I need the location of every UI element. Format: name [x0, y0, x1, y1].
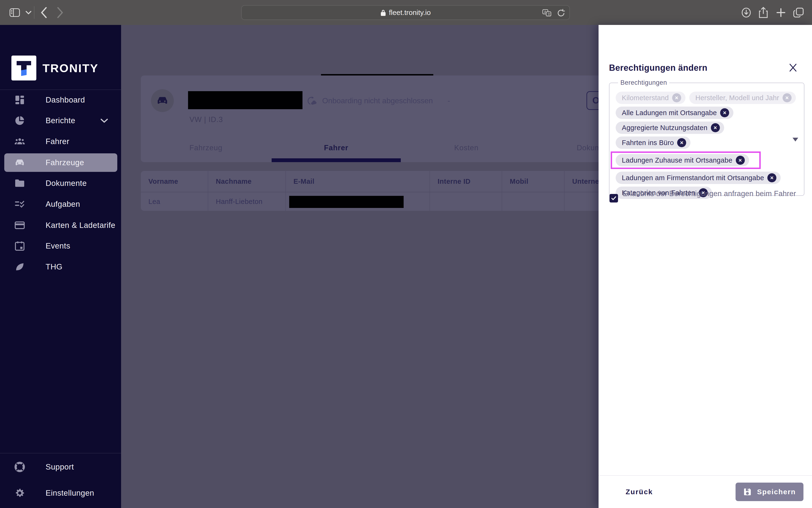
sidebar-item-einstellungen[interactable]: Einstellungen	[4, 484, 117, 502]
permission-chip[interactable]: Fahrten ins Büro	[616, 136, 690, 149]
sidebar-item-fahrer[interactable]: Fahrer	[4, 132, 117, 151]
chip-remove-icon[interactable]	[677, 138, 686, 147]
drawer-footer: Zurück Speichern	[599, 475, 812, 508]
column-header-vorname[interactable]: Vorname	[141, 171, 208, 192]
sidebar-item-thg[interactable]: THG	[4, 258, 117, 276]
main-content: Zurück Fahrzeuge | Fahrzeugliste | VW | …	[121, 25, 599, 508]
redacted-vehicle-name	[188, 91, 302, 109]
tab-overview-icon[interactable]	[792, 0, 805, 25]
chip-remove-icon[interactable]	[767, 173, 776, 182]
folder-icon	[14, 177, 26, 189]
cell-unternehmen	[565, 192, 599, 211]
sidebar-item-dashboard[interactable]: Dashboard	[4, 91, 117, 109]
permission-chip[interactable]: Ladungen am Firmenstandort mit Ortsangab…	[616, 172, 781, 184]
downloads-icon[interactable]	[740, 0, 752, 25]
chip-remove-icon[interactable]	[711, 123, 720, 132]
cell-nachname: Hanff-Liebeton	[208, 192, 286, 211]
cell-mobil	[502, 192, 565, 211]
sidebar-item-label: Events	[46, 242, 70, 250]
partially-hidden-button[interactable]: O	[587, 91, 599, 110]
sidebar-item-label: Karten & Ladetarife	[46, 221, 115, 230]
svg-text:文: 文	[548, 12, 551, 16]
chip-remove-icon[interactable]	[672, 93, 681, 102]
chevron-down-icon[interactable]	[101, 116, 108, 125]
dropdown-arrow-icon[interactable]	[793, 138, 798, 141]
vehicle-avatar	[151, 89, 174, 112]
sidebar-bottom-divider	[0, 453, 121, 453]
fieldset-legend: Berechtigungen	[618, 79, 669, 86]
column-header-interne-id[interactable]: Interne ID	[430, 171, 502, 192]
highlighted-chip-outline: Ladungen Zuhause mit Ortsangabe	[611, 152, 761, 169]
request-permission-row: Erlaubnis der Berechtigungen anfragen be…	[609, 188, 797, 203]
sidebar-item-label: Support	[46, 462, 74, 471]
permission-chip[interactable]: Aggregierte Nutzungsdaten	[616, 122, 724, 134]
tab-dokumente[interactable]: Dokumente	[531, 134, 599, 162]
checklist-icon	[14, 199, 26, 210]
url-text: fleet.tronity.io	[380, 8, 431, 16]
reload-icon[interactable]	[557, 8, 565, 17]
new-tab-icon[interactable]	[775, 0, 787, 25]
vehicle-subtitle: VW | ID.3	[189, 115, 223, 124]
close-icon[interactable]	[788, 62, 798, 73]
sidebar-item-berichte[interactable]: Berichte	[4, 111, 117, 130]
sidebar-item-support[interactable]: Support	[4, 458, 117, 476]
cloud-sync-icon	[306, 95, 317, 107]
table-header-row: Vorname Nachname E-Mail Interne ID Mobil…	[141, 171, 599, 192]
permission-chip[interactable]: Hersteller, Modell und Jahr	[689, 92, 796, 104]
permission-chip[interactable]: Kilometerstand	[616, 92, 685, 104]
column-header-unternehmen[interactable]: Unternehmen	[565, 171, 599, 192]
vehicle-status: Onboarding nicht abgeschlossen -	[306, 95, 450, 107]
sidebar-item-events[interactable]: Events	[4, 237, 117, 255]
cell-vorname: Lea	[141, 192, 208, 211]
calendar-icon	[14, 240, 26, 252]
tab-kosten[interactable]: Kosten	[401, 134, 531, 162]
permission-chip-highlighted[interactable]: Ladungen Zuhause mit Ortsangabe	[616, 154, 749, 166]
back-icon[interactable]	[38, 0, 50, 25]
column-header-nachname[interactable]: Nachname	[208, 171, 286, 192]
drawer-title: Berechtigungen ändern	[609, 63, 708, 73]
sidebar-item-karten-ladetarife[interactable]: Karten & Ladetarife	[4, 216, 117, 235]
sidebar-item-label: Dashboard	[46, 95, 85, 104]
save-button[interactable]: Speichern	[735, 482, 804, 501]
brand-logo[interactable]: TRONITY	[11, 55, 98, 81]
permission-chip[interactable]: Alle Ladungen mit Ortsangabe	[616, 107, 733, 119]
sidebar-item-label: Fahrer	[46, 137, 69, 146]
checkbox-label: Erlaubnis der Berechtigungen anfragen be…	[623, 188, 796, 203]
sidebar-item-dokumente[interactable]: Dokumente	[4, 174, 117, 193]
column-header-mobil[interactable]: Mobil	[502, 171, 565, 192]
request-permission-checkbox[interactable]	[609, 194, 618, 203]
sidebar-item-aufgaben[interactable]: Aufgaben	[4, 195, 117, 213]
dashboard-icon	[14, 94, 26, 105]
pie-chart-icon	[14, 115, 26, 126]
translate-icon[interactable]: A 文	[542, 9, 552, 17]
sidebar-divider	[0, 89, 121, 90]
check-icon	[611, 195, 617, 201]
chip-remove-icon[interactable]	[720, 108, 729, 117]
chip-remove-icon[interactable]	[782, 93, 792, 102]
chevron-down-icon[interactable]	[24, 0, 33, 25]
life-ring-icon	[14, 461, 26, 473]
sidebar-item-label: Dokumente	[46, 179, 87, 188]
url-bar[interactable]: fleet.tronity.io A 文	[241, 5, 570, 20]
sidebar-toggle-icon[interactable]	[8, 0, 21, 25]
tab-bar: Fahrzeug Fahrer Kosten Dokumente	[141, 134, 599, 162]
sidebar-item-label: Berichte	[46, 116, 75, 125]
driver-table-card: Vorname Nachname E-Mail Interne ID Mobil…	[141, 171, 599, 211]
permissions-drawer: Berechtigungen ändern Berechtigungen Kil…	[599, 25, 812, 508]
sidebar-item-label: Aufgaben	[46, 200, 80, 209]
drawer-back-button[interactable]: Zurück	[626, 488, 653, 496]
sidebar-item-fahrzeuge[interactable]: Fahrzeuge	[4, 153, 117, 172]
credit-card-icon	[14, 220, 26, 231]
browser-chrome: fleet.tronity.io A 文	[0, 0, 812, 25]
people-icon	[14, 136, 26, 147]
tab-fahrer[interactable]: Fahrer	[271, 134, 401, 162]
car-icon	[14, 157, 26, 168]
forward-icon[interactable]	[54, 0, 66, 25]
chip-remove-icon[interactable]	[736, 156, 745, 165]
tab-fahrzeug[interactable]: Fahrzeug	[141, 134, 271, 162]
column-header-email[interactable]: E-Mail	[286, 171, 430, 192]
permissions-fieldset[interactable]: Berechtigungen Kilometerstand Hersteller…	[609, 83, 804, 196]
save-icon	[743, 488, 752, 496]
share-icon[interactable]	[757, 0, 769, 25]
vehicle-status-value: -	[447, 96, 450, 105]
